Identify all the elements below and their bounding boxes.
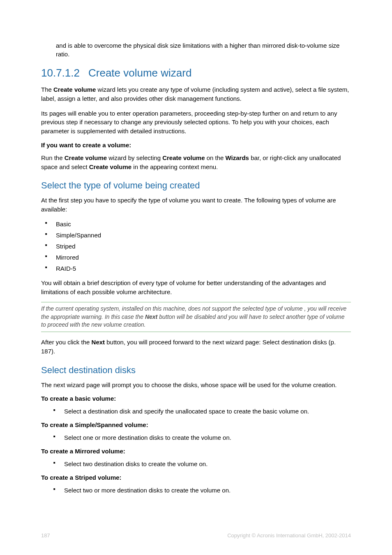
list-item: Striped [41, 242, 351, 251]
bullet-list: Select two or more destination disks to … [41, 486, 351, 495]
page-number: 187 [41, 532, 50, 539]
list-item: Mirrored [41, 253, 351, 262]
list-item: Basic [41, 220, 351, 228]
label: To create a Mirrored volume: [41, 448, 351, 455]
volume-types-list: Basic Simple/Spanned Striped Mirrored RA… [41, 220, 351, 273]
paragraph: The Create volume wizard lets you create… [41, 85, 351, 103]
list-item: RAID-5 [41, 264, 351, 273]
paragraph: Its pages will enable you to enter opera… [41, 109, 351, 136]
paragraph: At the first step you have to specify th… [41, 196, 351, 214]
section-title: Create volume wizard [88, 67, 191, 79]
section-number: 10.7.1.2 [41, 67, 88, 79]
label: To create a Striped volume: [41, 474, 351, 481]
label: If you want to create a volume: [41, 142, 351, 149]
intro-continuation: and is able to overcome the physical dis… [56, 41, 351, 58]
subheading-select-dest: Select destination disks [41, 365, 351, 376]
paragraph: The next wizard page will prompt you to … [41, 381, 351, 390]
subheading-select-type: Select the type of volume being created [41, 180, 351, 191]
list-item: Select one or more destination disks to … [41, 433, 351, 442]
list-item: Select two destination disks to create t… [41, 460, 351, 468]
bullet-list: Select one or more destination disks to … [41, 433, 351, 442]
list-item: Select a destination disk and specify th… [41, 407, 351, 416]
paragraph: Run the Create volume wizard by selectin… [41, 153, 351, 172]
section-heading: 10.7.1.2Create volume wizard [41, 67, 351, 79]
list-item: Select two or more destination disks to … [41, 486, 351, 495]
label: To create a Simple/Spanned volume: [41, 421, 351, 428]
note-callout: If the current operating system, install… [41, 302, 351, 332]
paragraph: After you click the Next button, you wil… [41, 338, 351, 356]
label: To create a basic volume: [41, 395, 351, 402]
bullet-list: Select a destination disk and specify th… [41, 407, 351, 416]
copyright: Copyright © Acronis International GmbH, … [227, 532, 351, 539]
list-item: Simple/Spanned [41, 231, 351, 239]
bullet-list: Select two destination disks to create t… [41, 460, 351, 468]
page-footer: 187 Copyright © Acronis International Gm… [41, 532, 351, 539]
paragraph: You will obtain a brief description of e… [41, 279, 351, 297]
